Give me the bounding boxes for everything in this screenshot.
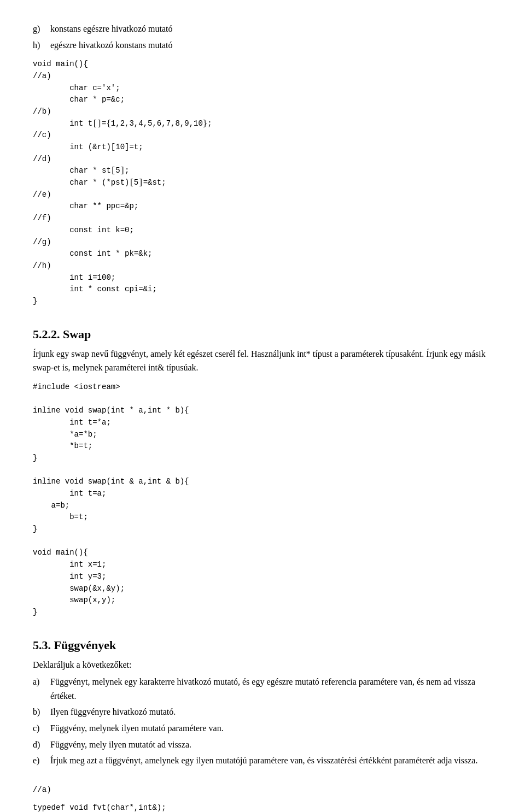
section-53-snippet: typedef void fvt(char*,int&); xyxy=(33,802,492,812)
intro-item-h: h) egészre hivatkozó konstans mutató xyxy=(33,38,492,52)
list-content-e: Írjuk meg azt a függvényt, amelynek egy … xyxy=(50,754,492,768)
list-item-a: a) Függvényt, melynek egy karakterre hiv… xyxy=(33,675,492,703)
section-522-paragraph: Írjunk egy swap nevű függvényt, amely ké… xyxy=(33,347,492,375)
section-53: 5.3. Függvények Deklaráljuk a következők… xyxy=(33,638,492,812)
list-item-e: e) Írjuk meg azt a függvényt, amelynek e… xyxy=(33,754,492,768)
code-main: void main(){ //a) char c='x'; char * p=&… xyxy=(33,58,492,307)
section-522-heading: 5.2.2. Swap xyxy=(33,327,492,342)
section-53-intro: Deklaráljuk a következőket: xyxy=(33,658,492,672)
list-item-b: b) Ilyen függvényre hivatkozó mutató. xyxy=(33,705,492,719)
intro-text-h: egészre hivatkozó konstans mutató xyxy=(50,38,492,52)
section-53-comment: //a) xyxy=(33,784,492,796)
list-content-c: Függvény, melynek ilyen mutató paraméter… xyxy=(50,721,492,735)
list-label-a: a) xyxy=(33,675,46,703)
intro-item-g: g) konstans egészre hivatkozó mutató xyxy=(33,22,492,36)
intro-label-h: h) xyxy=(33,38,46,52)
list-label-b: b) xyxy=(33,705,46,719)
list-label-e: e) xyxy=(33,754,46,768)
section-53-code-area: //a) typedef void fvt(char*,int&); xyxy=(33,784,492,812)
intro-label-g: g) xyxy=(33,22,46,36)
section-53-heading: 5.3. Függvények xyxy=(33,638,492,652)
list-item-c: c) Függvény, melynek ilyen mutató paramé… xyxy=(33,721,492,735)
list-content-a: Függvényt, melynek egy karakterre hivatk… xyxy=(50,675,492,703)
section-53-list: a) Függvényt, melynek egy karakterre hiv… xyxy=(33,675,492,768)
intro-text-g: konstans egészre hivatkozó mutató xyxy=(50,22,492,36)
list-content-d: Függvény, mely ilyen mutatót ad vissza. xyxy=(50,738,492,752)
section-522: 5.2.2. Swap Írjunk egy swap nevű függvén… xyxy=(33,327,492,619)
section-522-code: #include <iostream> inline void swap(int… xyxy=(33,381,492,619)
intro-items: g) konstans egészre hivatkozó mutató h) … xyxy=(33,22,492,52)
list-label-d: d) xyxy=(33,738,46,752)
list-label-c: c) xyxy=(33,721,46,735)
list-item-d: d) Függvény, mely ilyen mutatót ad vissz… xyxy=(33,738,492,752)
list-content-b: Ilyen függvényre hivatkozó mutató. xyxy=(50,705,492,719)
